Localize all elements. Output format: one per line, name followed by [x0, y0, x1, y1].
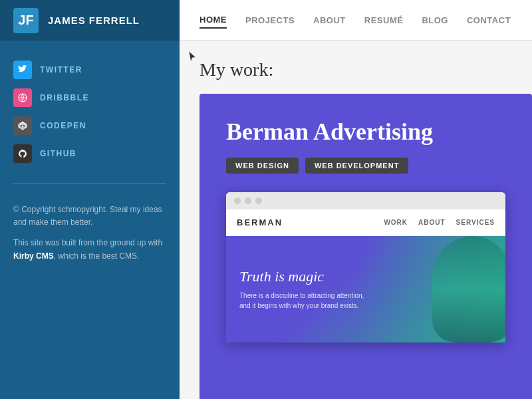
browser-link-services: SERVICES — [456, 219, 495, 226]
browser-inner-nav: BERMAN WORK ABOUT SERVICES — [226, 209, 505, 236]
hero-text: Truth is magic There is a discipline to … — [239, 268, 372, 311]
github-label: Github — [40, 149, 76, 158]
built-with-suffix: , which is the best CMS. — [54, 251, 140, 261]
built-with-text: This site was built from the ground up w… — [13, 237, 166, 262]
codepen-label: Codepen — [40, 121, 86, 130]
page-title: My work: — [200, 59, 512, 80]
social-link-codepen[interactable]: Codepen — [13, 116, 166, 135]
browser-hero: Truth is magic There is a discipline to … — [226, 236, 505, 342]
sidebar-links: Twitter Dribbble Codepen Github — [0, 41, 180, 176]
browser-logo: BERMAN — [237, 217, 283, 227]
hero-subtext: There is a discipline to attracting atte… — [239, 291, 372, 311]
nav-about[interactable]: ABOUT — [313, 13, 346, 28]
nav-projects[interactable]: PROJECTS — [245, 13, 295, 28]
logo-box: JF — [13, 8, 39, 33]
sidebar-name: James Ferrell — [48, 15, 140, 26]
copyright-text: © Copyright schmopyright. Steal my ideas… — [13, 203, 166, 229]
browser-dot-1 — [234, 198, 241, 204]
nav-contact[interactable]: CONTACT — [467, 13, 511, 28]
nav-home[interactable]: HOME — [200, 12, 227, 29]
built-with-prefix: This site was built from the ground up w… — [13, 238, 162, 247]
logo-letters: JF — [18, 13, 33, 28]
social-link-dribbble[interactable]: Dribbble — [13, 88, 166, 107]
browser-nav-links: WORK ABOUT SERVICES — [384, 219, 495, 226]
portrait-illustration — [432, 236, 505, 342]
browser-dot-3 — [255, 198, 262, 204]
tag-web-design: WEB DESIGN — [226, 158, 299, 174]
main-content: HOME PROJECTS ABOUT RESUMÉ BLOG CONTACT … — [180, 0, 532, 399]
tag-web-development: WEB DEVELOPMENT — [305, 158, 408, 174]
browser-mockup: BERMAN WORK ABOUT SERVICES Truth is magi… — [226, 192, 505, 342]
cms-name: Kirby CMS — [13, 251, 54, 261]
nav-resume[interactable]: RESUMÉ — [364, 13, 404, 28]
sidebar: JF James Ferrell Twitter Dribbble Codepe… — [0, 0, 180, 399]
github-icon — [13, 144, 32, 163]
hero-headline: Truth is magic — [239, 268, 372, 285]
project-card: Berman Advertising WEB DESIGN WEB DEVELO… — [200, 94, 532, 399]
browser-dot-2 — [245, 198, 251, 204]
social-link-github[interactable]: Github — [13, 144, 166, 163]
nav-blog[interactable]: BLOG — [422, 13, 448, 28]
codepen-icon — [13, 116, 32, 135]
browser-link-about: ABOUT — [418, 219, 446, 226]
project-tags: WEB DESIGN WEB DEVELOPMENT — [226, 158, 505, 174]
sidebar-header: JF James Ferrell — [0, 0, 180, 41]
dribbble-label: Dribbble — [40, 93, 89, 102]
top-nav: HOME PROJECTS ABOUT RESUMÉ BLOG CONTACT — [180, 0, 532, 41]
browser-topbar — [226, 192, 505, 209]
content-area: My work: Berman Advertising WEB DESIGN W… — [180, 41, 532, 399]
browser-content: BERMAN WORK ABOUT SERVICES Truth is magi… — [226, 209, 505, 342]
sidebar-divider — [13, 183, 166, 184]
project-title: Berman Advertising — [226, 118, 505, 146]
browser-link-work: WORK — [384, 219, 408, 226]
dribbble-icon — [13, 88, 32, 107]
sidebar-footer: © Copyright schmopyright. Steal my ideas… — [0, 190, 180, 284]
page-heading: My work: — [180, 41, 532, 94]
twitter-icon — [13, 61, 32, 79]
hero-image-overlay — [358, 236, 505, 342]
social-link-twitter[interactable]: Twitter — [13, 61, 166, 79]
twitter-label: Twitter — [40, 65, 82, 74]
